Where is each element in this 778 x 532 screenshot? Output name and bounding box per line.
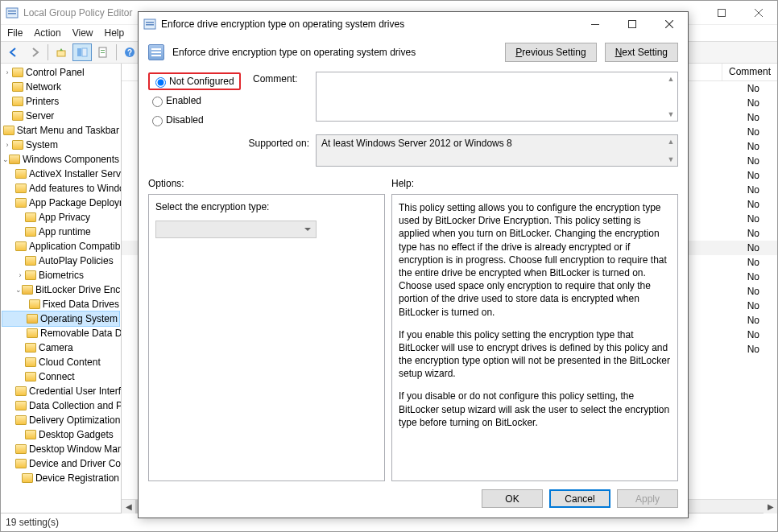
tree-node[interactable]: AutoPlay Policies xyxy=(2,254,119,268)
tree-node-label: Operating System Drives xyxy=(40,311,122,326)
tree-node[interactable]: ›Biometrics xyxy=(2,268,119,282)
cell-comment: No xyxy=(747,271,759,282)
folder-icon xyxy=(12,68,23,77)
scroll-up-icon[interactable]: ▲ xyxy=(665,136,677,147)
tree-node[interactable]: Start Menu and Taskbar xyxy=(2,123,119,138)
folder-icon xyxy=(15,401,27,410)
tree-node[interactable]: Application Compatibility xyxy=(2,239,119,254)
chevron-right-icon[interactable]: › xyxy=(15,268,25,282)
cell-comment: No xyxy=(747,126,759,138)
encryption-type-combo[interactable] xyxy=(155,221,317,238)
tree-node[interactable]: Add features to Windows xyxy=(2,181,119,196)
scroll-up-icon[interactable]: ▲ xyxy=(665,73,677,85)
scroll-left-icon[interactable]: ◀ xyxy=(122,500,135,513)
tree-node[interactable]: Delivery Optimization xyxy=(2,413,119,427)
previous-setting-button[interactable]: Previous Setting xyxy=(505,43,596,62)
chevron-right-icon[interactable]: › xyxy=(2,138,12,152)
radio-not-configured[interactable] xyxy=(155,77,166,88)
chevron-down-icon[interactable]: ⌄ xyxy=(2,152,9,167)
cell-comment: No xyxy=(747,184,759,196)
comment-textarea[interactable]: ▲ ▼ xyxy=(316,72,678,122)
tree-node[interactable]: Cloud Content xyxy=(2,355,119,369)
tree-node[interactable]: Fixed Data Drives xyxy=(2,297,119,311)
tree-node[interactable]: Device Registration xyxy=(2,471,119,485)
menu-file[interactable]: File xyxy=(7,27,23,39)
tree-node[interactable]: Desktop Window Manager xyxy=(2,442,119,456)
tree-node[interactable]: App Package Deployment xyxy=(2,196,119,210)
radio-disabled-label: Disabled xyxy=(166,114,204,126)
cell-comment: No xyxy=(747,155,759,167)
up-button[interactable] xyxy=(52,43,71,61)
scroll-down-icon[interactable]: ▼ xyxy=(665,109,677,120)
scroll-down-icon[interactable]: ▼ xyxy=(665,154,677,165)
tree-node[interactable]: Removable Data Drives xyxy=(2,326,119,340)
tree-node[interactable]: Printers xyxy=(2,94,119,109)
dialog-minimize-button[interactable] xyxy=(577,12,614,36)
tree-node[interactable]: ›Control Panel xyxy=(2,65,119,80)
tree-node-label: System xyxy=(26,138,58,152)
tree-node-label: Desktop Window Manager xyxy=(29,442,122,456)
tree-node-label: Add features to Windows xyxy=(29,181,122,196)
scroll-right-icon[interactable]: ▶ xyxy=(764,500,777,513)
app-icon xyxy=(6,6,19,19)
cell-comment: No xyxy=(747,83,759,94)
help-button[interactable]: ? xyxy=(120,43,139,61)
menu-view[interactable]: View xyxy=(72,27,93,39)
tree-node[interactable]: Connect xyxy=(2,369,119,384)
apply-button[interactable]: Apply xyxy=(617,489,678,508)
maximize-button[interactable] xyxy=(703,1,740,25)
tree-node[interactable]: Desktop Gadgets xyxy=(2,427,119,442)
supported-text: At least Windows Server 2012 or Windows … xyxy=(316,134,678,167)
folder-icon xyxy=(12,140,23,150)
dialog-maximize-button[interactable] xyxy=(614,12,651,36)
properties-button[interactable] xyxy=(93,43,113,61)
tree-node[interactable]: Camera xyxy=(2,340,119,355)
folder-icon xyxy=(22,473,33,483)
folder-icon xyxy=(15,444,27,454)
column-comment[interactable]: Comment xyxy=(722,64,777,80)
tree-node[interactable]: Device and Driver Compatibility xyxy=(2,456,119,471)
folder-icon xyxy=(15,386,27,396)
tree-pane[interactable]: ›Control PanelNetworkPrintersServerStart… xyxy=(1,64,122,513)
dialog-close-button[interactable] xyxy=(651,12,688,36)
tree-node[interactable]: Operating System Drives xyxy=(2,311,119,326)
tree-node-label: Network xyxy=(26,80,61,94)
dialog-titlebar: Enforce drive encryption type on operati… xyxy=(139,12,688,36)
options-pane: Select the encryption type: xyxy=(148,194,385,481)
show-tree-button[interactable] xyxy=(72,43,92,61)
chevron-right-icon[interactable]: › xyxy=(2,65,12,80)
folder-icon xyxy=(12,82,23,92)
tree-node[interactable]: ›System xyxy=(2,138,119,152)
tree-node-label: Printers xyxy=(26,94,59,109)
tree-node[interactable]: Credential User Interface xyxy=(2,384,119,398)
cell-comment: No xyxy=(747,228,759,239)
tree-node[interactable]: Data Collection and Preview Builds xyxy=(2,398,119,413)
chevron-down-icon[interactable]: ⌄ xyxy=(15,282,22,297)
folder-icon xyxy=(27,328,38,338)
close-button[interactable] xyxy=(740,1,777,25)
folder-icon xyxy=(15,184,27,193)
tree-node[interactable]: ⌄Windows Components xyxy=(2,152,119,167)
forward-button[interactable] xyxy=(25,43,44,61)
back-button[interactable] xyxy=(4,43,23,61)
menu-action[interactable]: Action xyxy=(34,27,60,39)
tree-node[interactable]: Network xyxy=(2,80,119,94)
radio-enabled[interactable] xyxy=(152,97,163,107)
next-setting-button[interactable]: Next Setting xyxy=(605,43,678,62)
tree-node[interactable]: ⌄BitLocker Drive Encryption xyxy=(2,282,119,297)
ok-button[interactable]: OK xyxy=(482,489,543,508)
cancel-button[interactable]: Cancel xyxy=(549,489,610,508)
folder-icon xyxy=(25,343,36,353)
tree-node-label: Data Collection and Preview Builds xyxy=(29,398,122,413)
tree-node-label: App Privacy xyxy=(39,210,90,225)
help-text-1: This policy setting allows you to config… xyxy=(399,201,671,319)
tree-node[interactable]: Server xyxy=(2,109,119,123)
folder-icon xyxy=(25,430,36,439)
cell-comment: No xyxy=(747,300,759,311)
tree-node[interactable]: App runtime xyxy=(2,225,119,239)
radio-disabled[interactable] xyxy=(152,116,163,126)
menu-help[interactable]: Help xyxy=(105,27,125,39)
cell-comment: No xyxy=(747,315,759,326)
tree-node[interactable]: ActiveX Installer Service xyxy=(2,167,119,181)
tree-node[interactable]: App Privacy xyxy=(2,210,119,225)
